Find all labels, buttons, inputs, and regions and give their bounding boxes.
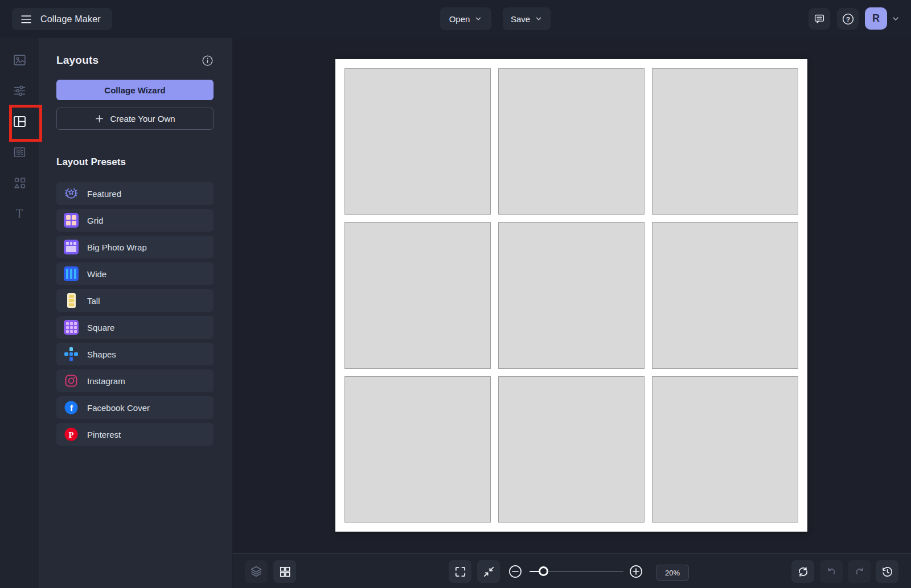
collage-wizard-label: Collage Wizard (104, 85, 165, 95)
rail-item-text[interactable]: T (0, 200, 39, 227)
svg-text:T: T (16, 207, 23, 220)
tall-preset-icon (64, 293, 79, 308)
undo-button[interactable] (820, 560, 843, 583)
collage-wizard-button[interactable]: Collage Wizard (56, 80, 214, 100)
photo-cell[interactable] (652, 68, 798, 215)
preset-label: Big Photo Wrap (87, 242, 147, 252)
top-bar: Collage Maker Open Save ? R (0, 0, 911, 38)
plus-icon (95, 114, 104, 124)
instagram-icon (64, 373, 79, 388)
featured-wreath-icon (64, 186, 79, 201)
grid-2x2-icon (278, 565, 292, 578)
preset-grid[interactable]: Grid (56, 209, 214, 232)
redo-icon (853, 565, 866, 578)
preset-wide[interactable]: Wide (56, 262, 214, 285)
info-icon[interactable] (202, 55, 214, 67)
preset-pinterest[interactable]: P Pinterest (56, 423, 214, 446)
fullscreen-button[interactable] (449, 560, 471, 583)
plus-circle-icon (629, 564, 643, 579)
preset-label: Featured (87, 189, 121, 199)
account-menu-chevron[interactable] (891, 14, 900, 23)
preset-featured[interactable]: Featured (56, 182, 214, 205)
reset-button[interactable] (791, 560, 814, 583)
svg-text:P: P (69, 430, 74, 439)
hamburger-menu-icon[interactable] (20, 13, 32, 26)
history-button[interactable] (876, 560, 898, 583)
fit-to-screen-button[interactable] (477, 560, 500, 583)
facebook-icon: f (64, 400, 79, 415)
chevron-down-icon (535, 15, 543, 23)
canvas-workspace (233, 38, 911, 553)
sliders-icon (13, 84, 27, 98)
zoom-level-value: 20% (665, 569, 680, 577)
image-icon (13, 53, 27, 67)
history-clock-icon (881, 565, 894, 578)
photo-cell[interactable] (498, 376, 645, 523)
open-button-label: Open (449, 14, 470, 24)
fit-to-screen-icon (482, 565, 495, 578)
preset-square[interactable]: Square (56, 316, 214, 339)
preset-instagram[interactable]: Instagram (56, 369, 214, 392)
rail-item-edit[interactable] (0, 77, 39, 104)
preset-list: Featured Grid Big Photo Wrap Wide Tall (56, 182, 214, 446)
feedback-button[interactable] (809, 8, 830, 30)
photo-cell[interactable] (344, 376, 491, 523)
help-button[interactable]: ? (837, 8, 859, 30)
grid-view-button[interactable] (273, 560, 296, 583)
create-your-own-button[interactable]: Create Your Own (56, 108, 214, 130)
shapes-preset-icon (64, 347, 79, 361)
save-button[interactable]: Save (503, 7, 551, 30)
undo-icon (825, 565, 838, 578)
photo-cell[interactable] (344, 68, 491, 215)
avatar[interactable]: R (865, 7, 887, 30)
wide-preset-icon (64, 266, 79, 281)
preset-shapes[interactable]: Shapes (56, 343, 214, 365)
layouts-panel: Layouts Collage Wizard Create Your Own L… (39, 38, 232, 588)
presets-title: Layout Presets (56, 157, 214, 168)
preset-label: Pinterest (87, 430, 121, 439)
bottom-toolbar: 20% (233, 553, 911, 588)
rail-item-image-manager[interactable] (0, 46, 39, 73)
layers-icon (249, 565, 263, 578)
pinterest-icon: P (64, 427, 79, 442)
zoom-level-input[interactable]: 20% (656, 565, 689, 581)
collage-page (335, 59, 807, 532)
zoom-in-button[interactable] (625, 560, 647, 583)
photo-cell[interactable] (498, 68, 645, 215)
preset-label: Facebook Cover (87, 403, 150, 413)
preset-big-photo-wrap[interactable]: Big Photo Wrap (56, 236, 214, 258)
app-title: Collage Maker (40, 14, 101, 24)
panel-title: Layouts (56, 54, 99, 67)
redo-button[interactable] (848, 560, 871, 583)
chevron-down-icon (474, 15, 482, 23)
zoom-out-button[interactable] (504, 560, 527, 583)
reset-sync-icon (797, 565, 810, 578)
layers-button[interactable] (245, 560, 268, 583)
big-photo-wrap-icon (64, 240, 79, 254)
preset-tall[interactable]: Tall (56, 289, 214, 312)
photo-cell[interactable] (652, 222, 798, 368)
photo-cell[interactable] (344, 222, 491, 368)
zoom-slider-knob[interactable] (539, 566, 548, 576)
avatar-initial: R (872, 13, 880, 24)
shapes-icon (13, 176, 27, 190)
preset-facebook-cover[interactable]: f Facebook Cover (56, 396, 214, 419)
svg-text:f: f (70, 403, 73, 413)
create-your-own-label: Create Your Own (110, 114, 175, 124)
text-tool-icon: T (12, 206, 27, 221)
svg-text:?: ? (846, 15, 850, 22)
photo-cell[interactable] (498, 222, 645, 368)
preset-label: Instagram (87, 376, 125, 386)
minus-circle-icon (508, 564, 523, 579)
photo-cell[interactable] (652, 376, 798, 523)
rail-item-graphics[interactable] (0, 169, 39, 196)
preset-label: Tall (87, 296, 100, 306)
open-button[interactable]: Open (440, 7, 491, 30)
grid-preset-icon (64, 213, 79, 228)
app-menu-chip[interactable]: Collage Maker (12, 8, 112, 30)
preset-label: Wide (87, 269, 106, 279)
question-mark-icon: ? (842, 13, 855, 26)
collage-grid (344, 68, 798, 523)
texture-waves-icon (13, 145, 27, 159)
rail-item-textures[interactable] (0, 138, 39, 166)
